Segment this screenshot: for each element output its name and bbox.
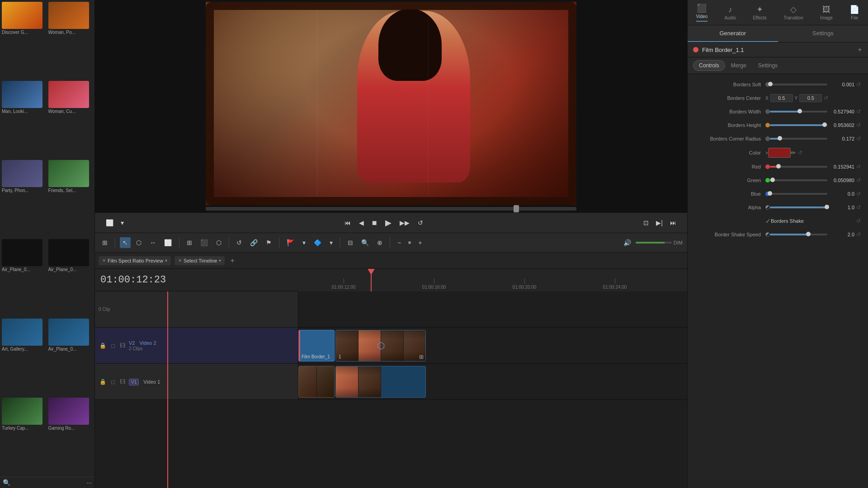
zoom-minus-button[interactable]: − — [395, 237, 404, 248]
borders-soft-slider[interactable] — [770, 84, 827, 85]
flag-button[interactable]: ⚑ — [263, 237, 274, 248]
tab-image[interactable]: 🖼 Image — [815, 3, 838, 22]
borders-center-reset[interactable]: ↺ — [822, 95, 830, 101]
track-v2-source-button[interactable]: ◻ — [110, 342, 116, 350]
track-v1-lock-button[interactable]: 🔒 — [99, 378, 107, 386]
play-button[interactable]: ▶ — [383, 216, 393, 230]
undo-button[interactable]: ↺ — [234, 237, 245, 248]
flag-color-button[interactable]: 🚩 — [284, 237, 297, 248]
media-item-4[interactable]: Woman, Cu... — [48, 81, 93, 158]
search-button[interactable]: 🔍 — [3, 479, 10, 486]
borders-height-reset[interactable]: ↺ — [854, 122, 863, 128]
media-item-8[interactable]: Air_Plane_0... — [48, 239, 93, 316]
zoom-plus-button[interactable]: + — [415, 237, 425, 248]
alpha-slider[interactable] — [770, 206, 827, 208]
generator-tab[interactable]: Generator — [688, 25, 778, 42]
link-button[interactable]: 🔗 — [247, 237, 260, 248]
settings-tab[interactable]: Settings — [778, 25, 868, 42]
next-frame-button[interactable]: ▶| — [654, 217, 665, 228]
media-item-10[interactable]: Air_Plane_0... — [48, 319, 93, 396]
clip-v1-2[interactable] — [335, 366, 426, 398]
alpha-reset[interactable]: ↺ — [854, 204, 863, 211]
step-forward-button[interactable]: ▶▶ — [398, 217, 411, 228]
zoom-fit-button[interactable]: ⊟ — [345, 237, 356, 248]
green-reset[interactable]: ↺ — [854, 177, 863, 183]
borders-center-x-input[interactable] — [770, 94, 793, 102]
borders-corner-radius-slider[interactable] — [770, 138, 827, 140]
zoom-in-button[interactable]: 🔍 — [359, 237, 372, 248]
add-timeline-tab-button[interactable]: + — [230, 257, 234, 265]
replace-button[interactable]: ⬡ — [213, 237, 224, 248]
preview-scrubber[interactable] — [206, 207, 576, 211]
track-v2-film-button[interactable]: 🎞 — [119, 342, 126, 350]
marker-dropdown[interactable]: ▾ — [327, 237, 335, 248]
media-item-12[interactable]: Gaming Ro... — [48, 398, 93, 475]
clip-v1-1[interactable] — [298, 366, 335, 398]
insert-button[interactable]: ⊞ — [184, 237, 195, 248]
tab-file[interactable]: 📄 File — [844, 3, 865, 22]
marker-button[interactable]: 🔷 — [311, 237, 324, 248]
borders-center-y-input[interactable] — [799, 94, 822, 102]
timeline-ruler[interactable]: 01:00:12:00 01:00:16:00 01:00:20:00 01:0… — [298, 269, 687, 291]
flag-dropdown[interactable]: ▾ — [300, 237, 308, 248]
blue-reset[interactable]: ↺ — [854, 191, 863, 197]
color-swatch[interactable] — [768, 148, 791, 158]
track-v1-film-button[interactable]: 🎞 — [119, 378, 126, 386]
border-shake-speed-slider[interactable] — [770, 234, 827, 235]
eyedropper-button[interactable]: ✏ — [791, 149, 796, 156]
timeline-tab-2[interactable]: ✕ Select Timeline ▾ — [175, 256, 225, 265]
track-v2-lock-button[interactable]: 🔒 — [99, 342, 107, 350]
blade-tool-button[interactable]: ⬜ — [161, 237, 175, 248]
borders-corner-radius-reset[interactable]: ↺ — [854, 136, 863, 142]
clip-add-button[interactable]: ⊞ — [419, 354, 424, 360]
track-v1-content[interactable] — [298, 364, 687, 399]
tab-video[interactable]: ⬛ Video — [691, 1, 713, 23]
track-v2-content[interactable]: Film Border_1 ⬡ 1 ⊞ — [298, 328, 687, 363]
clip-film-border[interactable]: Film Border_1 — [298, 330, 335, 361]
go-to-start-button[interactable]: ⏮ — [343, 217, 353, 228]
fit-button[interactable]: ⊡ — [642, 217, 651, 228]
timeline-tab-1[interactable]: ✕ Film Spect Ratio Preview ▾ — [99, 256, 171, 265]
clip-video-1[interactable]: ⬡ 1 ⊞ — [335, 330, 426, 361]
borders-width-reset[interactable]: ↺ — [854, 108, 863, 115]
settings-ctrl-tab[interactable]: Settings — [752, 60, 783, 71]
media-item-3[interactable]: Man, Looki... — [2, 81, 47, 158]
track-empty-content[interactable] — [298, 291, 687, 327]
tab-close-1[interactable]: ✕ — [102, 258, 106, 263]
tab-dropdown-2[interactable]: ▾ — [219, 258, 221, 263]
borders-width-slider[interactable] — [770, 111, 827, 113]
color-reset[interactable]: ↺ — [796, 150, 804, 156]
step-back-button[interactable]: ◀ — [357, 217, 366, 228]
zoom-out-button[interactable]: ⊕ — [374, 237, 385, 248]
select-tool-button[interactable]: ↖ — [120, 237, 131, 248]
media-item-11[interactable]: Turkey Cap... — [2, 398, 47, 475]
film-border-star-button[interactable]: ✦ — [857, 46, 863, 53]
red-reset[interactable]: ↺ — [854, 164, 863, 170]
media-item-7[interactable]: Air_Plane_0... — [2, 239, 47, 316]
tab-transition[interactable]: ◇ Transition — [778, 3, 809, 22]
border-shake-speed-reset[interactable]: ↺ — [854, 231, 863, 238]
merge-tab[interactable]: Merge — [725, 60, 752, 71]
media-item-2[interactable]: Woman, Po... — [48, 2, 93, 79]
track-v1-source-button[interactable]: ◻ — [110, 378, 116, 386]
media-item-9[interactable]: Art, Gallery... — [2, 319, 47, 396]
trim-tool-button[interactable]: ⬡ — [133, 237, 144, 248]
overwrite-button[interactable]: ⬛ — [198, 237, 211, 248]
controls-tab[interactable]: Controls — [693, 60, 725, 71]
green-slider[interactable] — [770, 179, 827, 181]
view-toggle-button[interactable]: ⬜ — [104, 217, 115, 228]
grid-view-button[interactable]: ⊞ — [99, 237, 110, 248]
borders-height-slider[interactable] — [770, 124, 827, 126]
dynamic-trim-button[interactable]: ↔ — [147, 237, 159, 248]
stop-button[interactable]: ■ — [370, 216, 379, 230]
media-item-5[interactable]: Party, Phon... — [2, 160, 47, 237]
red-slider[interactable] — [770, 166, 827, 168]
loop-button[interactable]: ↺ — [416, 217, 425, 228]
color-expand-button[interactable]: > — [765, 150, 768, 155]
volume-slider[interactable] — [636, 242, 672, 244]
more-button[interactable]: ··· — [86, 479, 92, 486]
blue-slider[interactable] — [770, 193, 827, 195]
borders-shake-reset[interactable]: ↺ — [854, 218, 863, 224]
borders-soft-reset[interactable]: ↺ — [854, 81, 863, 88]
tab-effects[interactable]: ✦ Effects — [747, 3, 772, 22]
